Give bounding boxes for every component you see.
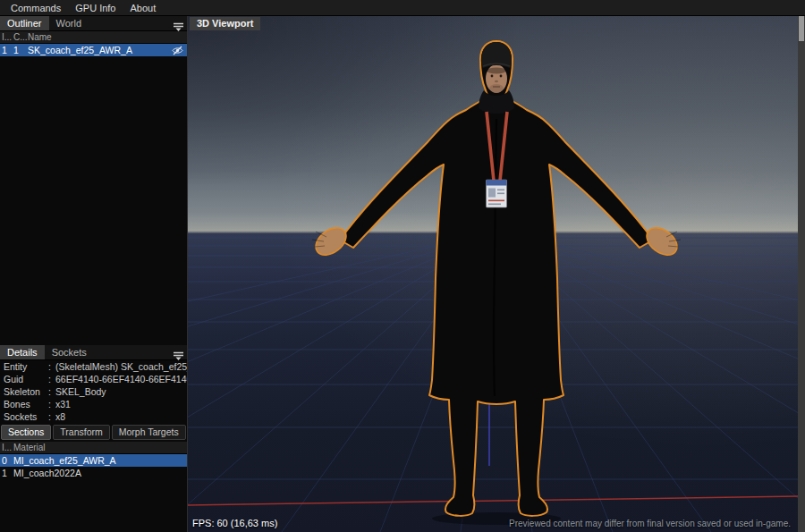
- details-properties: Entity : (SkeletalMesh) SK_coach_ef25_AW…: [0, 360, 187, 423]
- material-row-name: MI_coach2022A: [13, 468, 187, 478]
- column-header-i[interactable]: I...: [0, 443, 13, 452]
- menu-item-gpu-info[interactable]: GPU Info: [68, 2, 123, 14]
- material-row[interactable]: 1 MI_coach2022A: [0, 467, 187, 479]
- outliner-column-headers: I... C... Name: [0, 31, 187, 44]
- column-header-i[interactable]: I...: [0, 32, 13, 42]
- outliner-row-count: 1: [13, 45, 28, 55]
- tab-world[interactable]: World: [49, 16, 89, 30]
- property-separator: :: [48, 411, 55, 422]
- material-list: 0 MI_coach_ef25_AWR_A 1 MI_coach2022A: [0, 454, 187, 479]
- details-subtabs: Sections Transform Morph Targets: [0, 423, 187, 442]
- property-key: Guid: [4, 374, 48, 384]
- property-separator: :: [48, 386, 55, 397]
- property-value: (SkeletalMesh) SK_coach_ef25_AWR_A: [55, 361, 187, 372]
- material-row[interactable]: 0 MI_coach_ef25_AWR_A: [0, 454, 187, 467]
- column-header-material[interactable]: Material: [13, 443, 187, 452]
- preview-disclaimer: Previewed content may differ from final …: [509, 519, 791, 528]
- menu-item-commands[interactable]: Commands: [4, 2, 68, 14]
- outliner-tabbar: Outliner World: [0, 16, 187, 31]
- vertical-scrollbar[interactable]: [798, 16, 805, 532]
- property-bones: Bones : x31: [0, 398, 187, 410]
- details-tabbar: Details Sockets: [0, 345, 187, 360]
- app-window: Commands GPU Info About Outliner World I…: [0, 0, 805, 532]
- subtab-transform[interactable]: Transform: [53, 425, 109, 440]
- outliner-row[interactable]: 1 1 SK_coach_ef25_AWR_A: [0, 44, 187, 56]
- property-value: SKEL_Body: [55, 386, 187, 397]
- panel-menu-icon[interactable]: [173, 19, 184, 35]
- 3d-viewport[interactable]: 3D Viewport FPS: 60 (16,63 ms) Previewed…: [188, 16, 798, 532]
- property-value: x31: [55, 399, 187, 410]
- material-row-name: MI_coach_ef25_AWR_A: [13, 455, 187, 466]
- property-key: Skeleton: [4, 386, 48, 397]
- panel-menu-icon[interactable]: [173, 348, 184, 364]
- scrollbar-thumb[interactable]: [799, 16, 804, 41]
- material-row-index: 0: [0, 455, 13, 466]
- left-panel: Outliner World I... C... Name 1 1 SK_coa…: [0, 16, 188, 532]
- x-axis-line: [188, 496, 798, 505]
- property-value: 66EF4140-66EF4140-66EF4140-66EF414: [55, 374, 187, 384]
- property-skeleton: Skeleton : SKEL_Body: [0, 385, 187, 398]
- property-guid: Guid : 66EF4140-66EF4140-66EF4140-66EF41…: [0, 373, 187, 385]
- outliner-list: 1 1 SK_coach_ef25_AWR_A: [0, 44, 187, 345]
- property-key: Bones: [4, 399, 48, 410]
- property-sockets: Sockets : x8: [0, 410, 187, 423]
- menu-item-about[interactable]: About: [123, 2, 164, 14]
- subtab-morph-targets[interactable]: Morph Targets: [112, 425, 186, 440]
- outliner-row-id: 1: [0, 45, 13, 55]
- property-separator: :: [48, 374, 55, 384]
- material-row-index: 1: [0, 468, 13, 478]
- tab-sockets[interactable]: Sockets: [45, 345, 94, 359]
- fps-counter: FPS: 60 (16,63 ms): [192, 518, 277, 528]
- outliner-row-name: SK_coach_ef25_AWR_A: [28, 45, 187, 55]
- property-value: x8: [55, 411, 187, 422]
- column-header-name[interactable]: Name: [28, 32, 187, 42]
- property-entity: Entity : (SkeletalMesh) SK_coach_ef25_AW…: [0, 360, 187, 373]
- menu-bar: Commands GPU Info About: [0, 0, 805, 16]
- column-header-c[interactable]: C...: [13, 32, 28, 42]
- subtab-sections[interactable]: Sections: [1, 425, 51, 440]
- character-face: [486, 64, 507, 93]
- property-separator: :: [48, 399, 55, 410]
- right-hand: [641, 223, 682, 261]
- scene-canvas: [188, 16, 798, 532]
- character-model[interactable]: [310, 41, 682, 516]
- eye-slash-icon[interactable]: [172, 46, 183, 57]
- tab-3d-viewport[interactable]: 3D Viewport: [190, 17, 260, 30]
- id-badge: [487, 180, 507, 207]
- property-key: Entity: [4, 361, 48, 372]
- property-key: Sockets: [4, 411, 48, 422]
- left-hand: [310, 223, 351, 261]
- tab-outliner[interactable]: Outliner: [0, 16, 49, 30]
- tab-details[interactable]: Details: [0, 345, 45, 359]
- property-separator: :: [48, 361, 55, 372]
- material-column-headers: I... Material: [0, 442, 187, 454]
